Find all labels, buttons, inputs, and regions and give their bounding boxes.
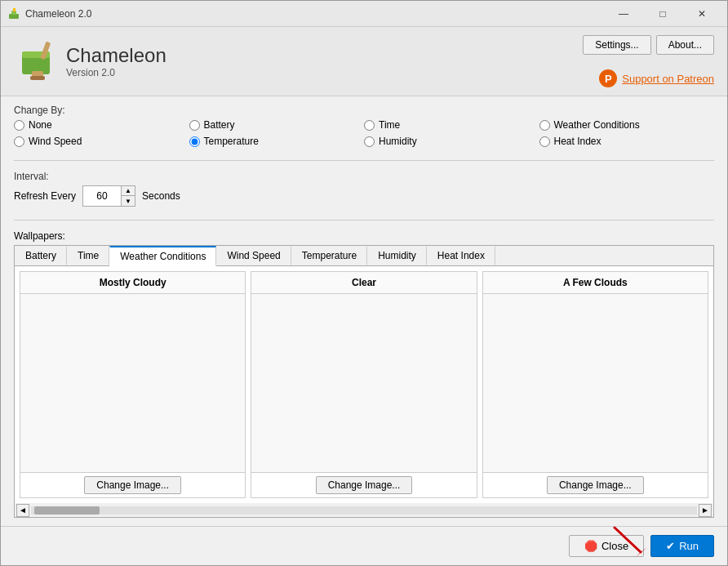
interval-row: Refresh Every ▲ ▼ Seconds [14,185,714,207]
radio-temperature-input[interactable] [189,136,200,147]
titlebar: Chameleon 2.0 — □ ✕ [1,1,727,27]
tab-battery[interactable]: Battery [15,246,67,265]
radio-none-input[interactable] [14,120,24,131]
patreon-icon: P [599,69,617,87]
tabs-header: Battery Time Weather Conditions Wind Spe… [15,246,713,266]
wallpaper-card-2: Clear Change Image... [251,271,477,498]
wallpaper-card-1-btn-area: Change Image... [20,472,245,497]
footer: 🛑 Close ✔ Run [1,526,727,565]
change-image-btn-2[interactable]: Change Image... [316,476,413,494]
run-icon: ✔ [666,540,675,552]
main-window: Chameleon 2.0 — □ ✕ Chameleon Version 2.… [0,0,728,566]
radio-wind[interactable]: Wind Speed [14,136,189,147]
radio-temperature[interactable]: Temperature [189,136,365,147]
interval-spinner[interactable]: ▲ ▼ [82,185,135,207]
interval-input[interactable] [83,186,121,206]
tab-heatindex[interactable]: Heat Index [427,246,495,265]
radio-battery-label: Battery [204,119,235,131]
radio-none[interactable]: None [14,119,189,131]
scrollbar-track[interactable] [31,506,697,515]
wallpaper-card-3-title: A Few Clouds [483,272,708,294]
wallpaper-card-1-image [20,294,245,472]
radio-temperature-label: Temperature [204,136,259,147]
wallpaper-card-1-title: Mostly Cloudy [20,272,245,294]
change-by-label: Change By: [14,105,714,116]
tab-humidity[interactable]: Humidity [367,246,427,265]
close-icon: 🛑 [584,540,597,552]
radio-wind-label: Wind Speed [29,136,82,147]
about-button[interactable]: About... [656,35,714,55]
change-by-section: Change By: None Battery Time Weather Con… [14,105,714,150]
divider-1 [14,160,714,161]
radio-weather-input[interactable] [539,120,550,131]
tab-temperature[interactable]: Temperature [291,246,367,265]
radio-wind-input[interactable] [14,136,24,147]
scroll-left-button[interactable]: ◄ [16,504,29,517]
tab-wind[interactable]: Wind Speed [216,246,291,265]
change-image-btn-3[interactable]: Change Image... [547,476,644,494]
spinner-down-button[interactable]: ▼ [122,196,135,206]
svg-line-8 [615,528,641,552]
window-close-button[interactable]: ✕ [683,2,721,25]
radio-time-input[interactable] [364,120,375,131]
wallpaper-card-3: A Few Clouds Change Image... [482,271,708,498]
wallpapers-section: Wallpapers: Battery Time Weather Conditi… [14,230,714,518]
wallpaper-card-2-image [251,294,476,472]
divider-2 [14,220,714,221]
scroll-right-button[interactable]: ► [699,504,712,517]
interval-label: Interval: [14,171,714,182]
wallpaper-card-3-image [483,294,708,472]
titlebar-controls: — □ ✕ [605,2,721,25]
change-by-radio-group: None Battery Time Weather Conditions Win… [14,119,714,147]
radio-battery-input[interactable] [189,120,200,131]
titlebar-title: Chameleon 2.0 [25,8,605,20]
change-image-btn-1[interactable]: Change Image... [84,476,181,494]
radio-battery[interactable]: Battery [189,119,365,131]
wallpaper-card-2-btn-area: Change Image... [251,472,476,497]
svg-rect-2 [13,8,16,11]
radio-heatindex-input[interactable] [539,136,550,147]
seconds-label: Seconds [142,190,180,202]
run-button-label: Run [679,540,699,552]
interval-section: Interval: Refresh Every ▲ ▼ Seconds [14,171,714,210]
app-titlebar-icon [7,7,20,20]
wallpaper-cards-container: Mostly Cloudy Change Image... Clear Chan… [15,266,713,503]
tabs-container: Battery Time Weather Conditions Wind Spe… [14,245,714,503]
app-logo-icon [14,35,66,87]
header-buttons: Settings... About... [583,35,714,55]
radio-time[interactable]: Time [364,119,539,131]
radio-humidity[interactable]: Humidity [364,136,539,147]
settings-button[interactable]: Settings... [583,35,650,55]
radio-weather-label: Weather Conditions [554,119,640,131]
tab-weather[interactable]: Weather Conditions [109,246,216,266]
red-arrow-indicator [611,524,647,560]
tab-time[interactable]: Time [67,246,109,265]
radio-time-label: Time [379,119,400,131]
refresh-label: Refresh Every [14,190,76,202]
maximize-button[interactable]: □ [644,2,681,25]
run-button[interactable]: ✔ Run [650,535,714,557]
radio-weather[interactable]: Weather Conditions [539,119,715,131]
minimize-button[interactable]: — [605,2,642,25]
radio-humidity-label: Humidity [379,136,417,147]
wallpaper-card-3-btn-area: Change Image... [483,472,708,497]
patreon-text: Support on Patreon [622,73,714,85]
radio-none-label: None [29,119,52,131]
wallpaper-card-2-title: Clear [251,272,476,294]
radio-heatindex[interactable]: Heat Index [539,136,715,147]
radio-humidity-input[interactable] [364,136,375,147]
wallpapers-label: Wallpapers: [14,230,714,242]
header-area: Chameleon Version 2.0 Settings... About.… [1,27,727,96]
svg-rect-7 [30,76,45,80]
spinner-up-button[interactable]: ▲ [122,186,135,196]
radio-heatindex-label: Heat Index [554,136,601,147]
spinner-buttons: ▲ ▼ [121,186,135,206]
patreon-link[interactable]: P Support on Patreon [599,69,714,87]
scrollbar-thumb[interactable] [34,506,100,515]
main-content: Change By: None Battery Time Weather Con… [1,96,727,526]
wallpaper-card-1: Mostly Cloudy Change Image... [20,271,246,498]
horizontal-scrollbar[interactable]: ◄ ► [14,503,714,518]
